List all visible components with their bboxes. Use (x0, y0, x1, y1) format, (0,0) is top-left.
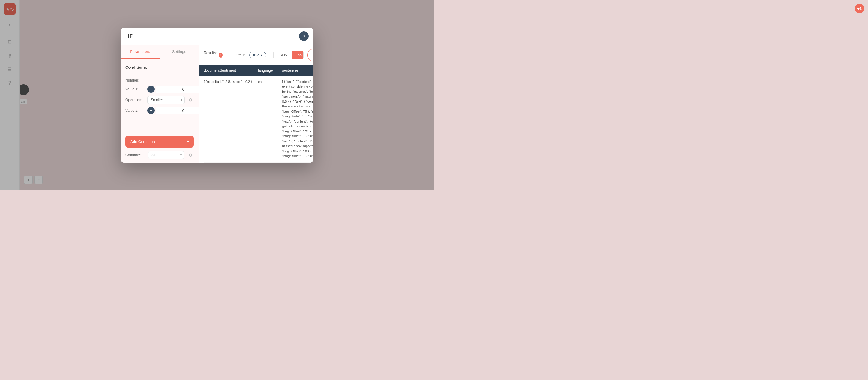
results-text: Results: 1 ! (204, 51, 223, 59)
operation-select-display[interactable]: Smaller (147, 96, 185, 104)
col-header-language: language (258, 68, 276, 73)
value1-control: − + (147, 85, 198, 93)
cell-document-sentiment: { "magnitude": 2.8, "score": -0.2 } (204, 79, 252, 84)
cell-sentences: [ { "text": { "content": "It was a good … (282, 79, 313, 159)
value2-control: − + (147, 107, 198, 114)
operation-row: Operation: Smaller ▾ ⚙ (125, 96, 194, 104)
combine-settings-button[interactable]: ⚙ (187, 152, 194, 159)
combine-select-display[interactable]: ALL (148, 151, 184, 159)
add-condition-chevron-icon: ▾ (187, 139, 189, 144)
results-label: Results: 1 (204, 51, 218, 59)
execute-play-icon: ▶ (313, 53, 313, 57)
value1-input[interactable] (156, 85, 198, 93)
col-header-document-sentiment: documentSentiment (204, 68, 252, 73)
value2-row: Value 2: − + ⚙ (125, 107, 194, 114)
modal-close-button[interactable]: × (299, 31, 309, 41)
cell-language: en (258, 79, 276, 84)
condition-type-label: Number: (125, 78, 194, 82)
json-button[interactable]: JSON (274, 51, 292, 59)
modal-body: Parameters Settings Conditions: Number: … (121, 45, 313, 163)
right-top-bar: Results: 1 ! | Output: true ▾ JSON Table (199, 45, 313, 65)
left-panel: Parameters Settings Conditions: Number: … (121, 45, 199, 163)
tab-navigation: Parameters Settings (121, 45, 198, 59)
right-panel-content: documentSentiment language sentences { "… (199, 65, 313, 163)
table-header: documentSentiment language sentences (199, 65, 313, 76)
col-header-sentences: sentences (282, 68, 313, 73)
conditions-label: Conditions: (125, 65, 194, 70)
value1-decrement-button[interactable]: − (147, 85, 155, 93)
value2-input[interactable] (156, 107, 198, 114)
operation-select-wrapper: Smaller ▾ (147, 96, 185, 104)
operation-settings-button[interactable]: ⚙ (187, 97, 194, 103)
value2-decrement-button[interactable]: − (147, 107, 155, 114)
combine-select-wrapper: ALL ▾ (148, 151, 184, 159)
table-row: { "magnitude": 2.8, "score": -0.2 } en [… (204, 76, 313, 163)
output-label: Output: (234, 53, 246, 57)
modal-title: IF (128, 33, 133, 39)
value1-row: Value 1: − + ⚙ (125, 85, 194, 93)
table-button[interactable]: Table (292, 51, 304, 59)
modal-header: IF × (121, 28, 313, 45)
combine-label: Combine: (125, 153, 145, 157)
modal-overlay: IF × Parameters Settings Conditions: Num… (0, 0, 434, 190)
left-panel-content: Conditions: Number: Value 1: − + (121, 59, 198, 134)
execute-node-button[interactable]: ▶ Execute Node (307, 49, 313, 62)
condition-group: Number: Value 1: − + ⚙ (125, 78, 194, 114)
right-panel: Results: 1 ! | Output: true ▾ JSON Table (199, 45, 313, 163)
output-chevron-icon: ▾ (261, 53, 262, 57)
combine-row: Combine: ALL ▾ ⚙ (121, 147, 198, 163)
table-body: { "magnitude": 2.8, "score": -0.2 } en [… (199, 76, 313, 163)
value2-label: Value 2: (125, 108, 145, 113)
pipe-separator: | (227, 53, 229, 58)
info-icon[interactable]: ! (219, 53, 223, 58)
add-condition-label: Add Condition (130, 139, 155, 144)
add-condition-button[interactable]: Add Condition ▾ (125, 136, 194, 147)
value1-label: Value 1: (125, 87, 145, 91)
operation-label: Operation: (125, 98, 145, 102)
modal: IF × Parameters Settings Conditions: Num… (121, 28, 313, 163)
format-buttons: JSON Table (273, 51, 304, 59)
divider (125, 73, 194, 73)
output-value: true (253, 53, 259, 57)
output-badge[interactable]: true ▾ (249, 52, 266, 59)
tab-parameters[interactable]: Parameters (121, 45, 160, 59)
tab-settings[interactable]: Settings (160, 45, 199, 59)
